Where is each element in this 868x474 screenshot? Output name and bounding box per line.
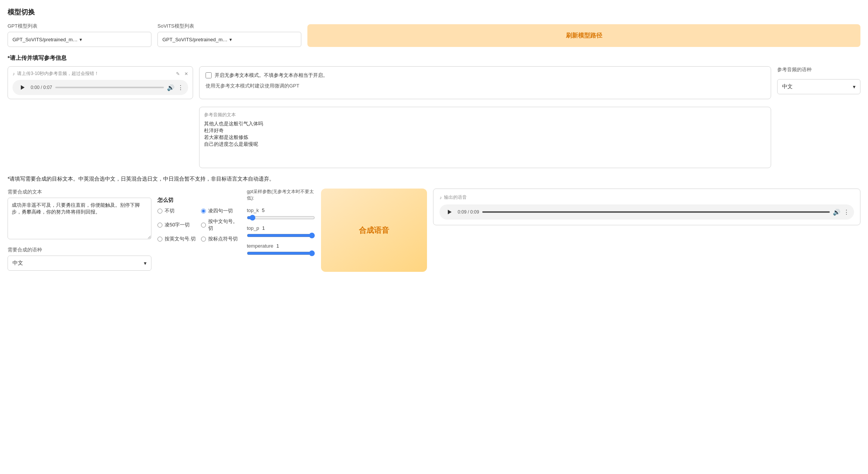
radio-fifty-cut-input[interactable]	[157, 223, 162, 228]
ref-audio-label: ♪ 请上传3-10秒内参考音频，超过会报错！ ✎ ✕	[12, 70, 188, 77]
more-icon[interactable]: ⋮	[178, 84, 184, 91]
param-temperature-name: temperature	[247, 243, 273, 249]
radio-four-cut-input[interactable]	[201, 209, 206, 214]
edit-icon[interactable]: ✎	[176, 71, 180, 76]
radio-no-cut: 不切	[157, 207, 197, 214]
gpt-params-section: gpt采样参数(无参考文本时不要太低): top_k 5 top_p 1 tem…	[247, 189, 315, 256]
radio-zh-punct-input[interactable]	[201, 223, 206, 228]
synth-text-label: 需要合成的文本	[8, 189, 151, 195]
radio-fifty-cut-label: 凌50字一切	[165, 221, 190, 228]
synthesize-button[interactable]: 合成语音	[321, 189, 427, 272]
param-top-k-slider[interactable]	[247, 215, 315, 221]
param-temperature: temperature 1	[247, 243, 315, 256]
radio-en-punct: 按英文句号.切	[157, 235, 197, 242]
music-icon: ♪	[439, 195, 442, 200]
output-more-icon[interactable]: ⋮	[843, 209, 849, 216]
ref-text-area[interactable]	[204, 120, 766, 162]
synth-lang-select[interactable]: 中文 ▾	[8, 256, 151, 271]
radio-en-punct-input[interactable]	[157, 237, 162, 242]
ref-lang-value: 中文	[782, 83, 793, 90]
ref-top-row: ♪ 请上传3-10秒内参考音频，超过会报错！ ✎ ✕ 0:00 / 0:07 🔊…	[8, 66, 860, 99]
model-switch-section: 模型切换 GPT模型列表 GPT_SoVITS/pretrained_model…	[8, 8, 860, 47]
no-ref-label[interactable]: 开启无参考文本模式。不填参考文本亦相当于开启。	[215, 72, 328, 79]
param-top-k: top_k 5	[247, 207, 315, 221]
ref-text-label: 参考音频的文本	[204, 112, 766, 118]
ref-text-row: 参考音频的文本	[8, 107, 860, 168]
param-top-p: top_p 1	[247, 225, 315, 239]
param-top-p-value: 1	[262, 225, 265, 231]
radio-zh-punct-label: 按中文句号。切	[208, 218, 241, 232]
radio-four-cut-label: 凌四句一切	[208, 207, 233, 214]
chevron-down-icon: ▾	[79, 37, 146, 42]
synthesis-panel: 需要合成的文本 需要合成的语种 中文 ▾	[8, 189, 151, 271]
volume-icon[interactable]: 🔊	[167, 84, 175, 91]
radio-zh-punct: 按中文句号。切	[201, 218, 241, 232]
param-top-p-slider[interactable]	[247, 232, 315, 239]
no-ref-tip: 使用无参考文本模式时建议使用微调的GPT	[206, 83, 765, 89]
radio-punct-cut-label: 按标点符号切	[208, 235, 238, 242]
synth-lang-value: 中文	[12, 260, 23, 267]
output-audio-progress-fill	[482, 211, 830, 213]
audio-time: 0:00 / 0:07	[31, 85, 52, 90]
audio-player: 0:00 / 0:07 🔊 ⋮	[12, 80, 188, 95]
svg-marker-0	[21, 85, 25, 90]
gpt-model-value: GPT_SoVITS/pretrained_models/s1bert25hz-…	[12, 37, 79, 42]
radio-punct-cut-input[interactable]	[201, 237, 206, 242]
output-audio-progress[interactable]	[482, 211, 830, 213]
cut-panel: 怎么切 不切 凌四句一切 凌50字一切 按中文句号。切 按英文句号.切	[157, 189, 241, 242]
output-audio-label: ♪ 输出的语音	[439, 194, 854, 201]
radio-no-cut-input[interactable]	[157, 209, 162, 214]
synthesis-instruction: *请填写需要合成的目标文本。中英混合选中文，日英混合选日文，中日混合暂不支持，非…	[8, 176, 860, 182]
gpt-params-title: gpt采样参数(无参考文本时不要太低):	[247, 189, 315, 201]
close-icon[interactable]: ✕	[184, 71, 188, 76]
chevron-down-icon: ▾	[229, 37, 296, 42]
param-top-p-name: top_p	[247, 225, 259, 231]
sovits-model-group: SoVITS模型列表 GPT_SoVITS/pretrained_models/…	[157, 23, 301, 47]
radio-punct-cut: 按标点符号切	[201, 235, 241, 242]
output-audio-time: 0:09 / 0:09	[458, 209, 479, 215]
output-audio-label-text: 输出的语音	[444, 194, 467, 201]
param-top-k-value: 5	[262, 207, 265, 213]
no-ref-panel: 开启无参考文本模式。不填参考文本亦相当于开启。 使用无参考文本模式时建议使用微调…	[199, 66, 771, 99]
gpt-model-select[interactable]: GPT_SoVITS/pretrained_models/s1bert25hz-…	[8, 32, 151, 47]
sovits-model-value: GPT_SoVITS/pretrained_models/s2G488k.pth	[162, 37, 229, 42]
play-button[interactable]	[17, 82, 28, 93]
lang-panel: 参考音频的语种 中文 ▾	[777, 66, 860, 99]
audio-progress-bar[interactable]	[55, 87, 164, 88]
radio-four-cut: 凌四句一切	[201, 207, 241, 214]
output-play-button[interactable]	[444, 207, 455, 217]
ref-text-panel: 参考音频的文本	[199, 107, 771, 168]
bottom-row: 需要合成的文本 需要合成的语种 中文 ▾ 怎么切 不切 凌四句一切 凌50字一切	[8, 189, 860, 272]
chevron-down-icon: ▾	[853, 84, 856, 90]
refresh-model-button[interactable]: 刷新模型路径	[307, 24, 860, 47]
ref-audio-label-text: 请上传3-10秒内参考音频，超过会报错！	[17, 70, 99, 77]
radio-no-cut-label: 不切	[165, 207, 175, 214]
cut-title: 怎么切	[157, 197, 241, 204]
radio-fifty-cut: 凌50字一切	[157, 218, 197, 232]
music-icon: ♪	[12, 71, 15, 76]
output-audio-panel: ♪ 输出的语音 0:09 / 0:09 🔊 ⋮	[433, 189, 860, 225]
gpt-model-group: GPT模型列表 GPT_SoVITS/pretrained_models/s1b…	[8, 23, 151, 47]
param-temperature-slider[interactable]	[247, 250, 315, 256]
param-top-k-name: top_k	[247, 207, 259, 213]
svg-marker-1	[448, 210, 452, 214]
chevron-down-icon: ▾	[144, 260, 146, 266]
no-ref-checkbox[interactable]	[206, 72, 212, 78]
output-audio-player: 0:09 / 0:09 🔊 ⋮	[439, 204, 854, 220]
synth-text-area[interactable]	[8, 198, 151, 239]
ref-section-title: *请上传并填写参考信息	[8, 55, 860, 62]
output-volume-icon[interactable]: 🔊	[833, 209, 840, 216]
gpt-model-label: GPT模型列表	[8, 23, 151, 30]
sovits-model-select[interactable]: GPT_SoVITS/pretrained_models/s2G488k.pth…	[157, 32, 301, 47]
page-title: 模型切换	[8, 8, 860, 17]
model-switch-row: GPT模型列表 GPT_SoVITS/pretrained_models/s1b…	[8, 23, 860, 47]
radio-en-punct-label: 按英文句号.切	[165, 235, 196, 242]
synth-lang-label: 需要合成的语种	[8, 246, 151, 253]
param-temperature-value: 1	[276, 243, 279, 249]
sovits-model-label: SoVITS模型列表	[157, 23, 301, 30]
ref-audio-panel: ♪ 请上传3-10秒内参考音频，超过会报错！ ✎ ✕ 0:00 / 0:07 🔊…	[8, 66, 193, 99]
ref-info-section: *请上传并填写参考信息 ♪ 请上传3-10秒内参考音频，超过会报错！ ✎ ✕ 0…	[8, 55, 860, 168]
cut-radio-group: 不切 凌四句一切 凌50字一切 按中文句号。切 按英文句号.切 按标点符号切	[157, 207, 241, 242]
ref-lang-select[interactable]: 中文 ▾	[777, 79, 860, 94]
lang-label: 参考音频的语种	[777, 66, 860, 73]
